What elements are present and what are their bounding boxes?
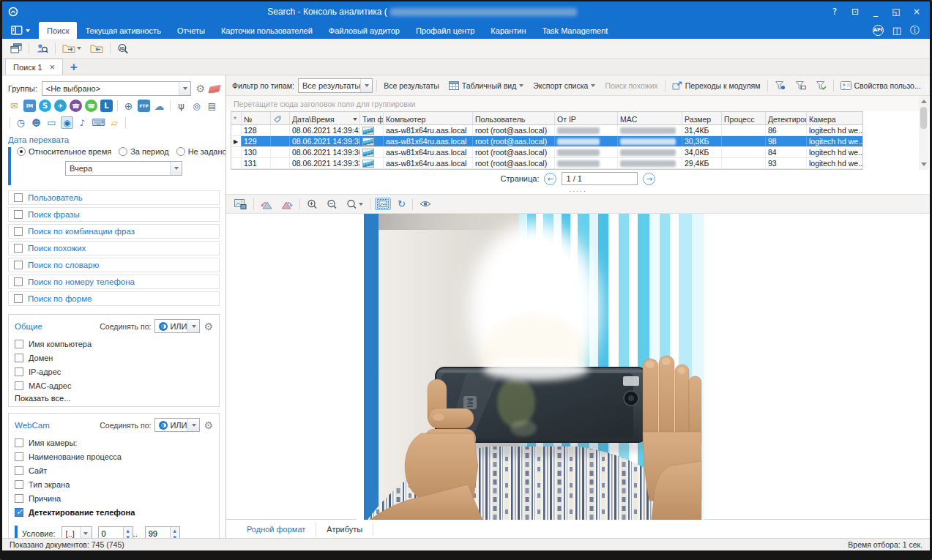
scroll-down-icon[interactable] xyxy=(921,163,927,166)
groups-settings-icon[interactable]: ⚙ xyxy=(195,83,205,94)
checkbox[interactable] xyxy=(14,244,23,253)
date-mode-radio[interactable]: За период xyxy=(119,147,168,156)
column-header-datetime[interactable]: Дата\Время xyxy=(290,112,360,124)
device-search-icon[interactable]: ◎ xyxy=(190,100,203,112)
search-filter-row[interactable]: Пользователь xyxy=(8,190,220,205)
apply-filter-button[interactable] xyxy=(813,78,830,93)
separator[interactable] xyxy=(117,100,118,111)
column-header-filetype[interactable]: Тип фа xyxy=(360,112,384,124)
table-scrollbar[interactable] xyxy=(919,96,928,170)
column-header-num[interactable]: № xyxy=(242,112,271,124)
column-header-camera[interactable]: Камера xyxy=(807,112,862,124)
webcam-filter-checkbox[interactable]: Наименование процесса xyxy=(15,449,213,463)
fit-to-window-icon[interactable] xyxy=(375,198,391,210)
zoom-level-icon[interactable] xyxy=(344,198,365,211)
common-filter-checkbox[interactable]: MAC-адрес xyxy=(15,378,213,392)
menu-tab[interactable]: Карантин xyxy=(482,22,534,39)
http-icon[interactable]: ⊕ xyxy=(122,100,135,112)
view-eye-icon[interactable] xyxy=(417,198,433,209)
cloud-icon[interactable]: ☁ xyxy=(153,100,165,112)
close-tab-icon[interactable]: × xyxy=(50,62,55,72)
clear-filters-icon[interactable] xyxy=(208,84,220,93)
cascade-windows-icon[interactable] xyxy=(8,42,24,55)
checkbox[interactable] xyxy=(14,227,23,236)
spinner-buttons[interactable]: ▲▼ xyxy=(170,527,179,538)
refresh-image-icon[interactable]: ↻ xyxy=(395,197,408,211)
import-search-icon[interactable] xyxy=(88,42,105,55)
usb-icon[interactable]: ψ xyxy=(175,100,187,112)
spinner-buttons[interactable]: ▲▼ xyxy=(123,527,133,538)
services-icon[interactable]: ◫ xyxy=(892,25,901,36)
filter-by-computer-button[interactable] xyxy=(792,78,809,93)
type-filter-select[interactable]: Все результаты xyxy=(298,78,373,93)
menu-tab[interactable]: Файловый аудитор xyxy=(321,22,408,39)
prev-page-button[interactable]: ← xyxy=(544,173,556,185)
dropdown-button[interactable] xyxy=(360,79,372,92)
next-page-button[interactable]: → xyxy=(643,173,655,185)
ftp-icon[interactable]: FTP xyxy=(138,100,150,112)
column-header-mac[interactable]: MAC xyxy=(618,112,682,124)
chat-history-button[interactable]: ↺ История переписки xyxy=(928,78,930,93)
close-button[interactable]: × xyxy=(908,4,925,19)
webcam-join-select[interactable]: ◑ ИЛИ xyxy=(154,418,200,432)
checkbox[interactable] xyxy=(14,261,23,269)
mail-icon[interactable]: ✉ xyxy=(8,100,20,112)
printer-icon[interactable]: ▤ xyxy=(206,100,218,112)
column-header-size[interactable]: Размер xyxy=(682,112,722,124)
column-header-detect[interactable]: Детектирова xyxy=(766,112,807,124)
restore-button[interactable]: ◱ xyxy=(887,4,905,19)
column-header-marker[interactable]: * xyxy=(231,112,242,124)
webcam-filter-checkbox[interactable]: Имя камеры: xyxy=(15,436,213,449)
menu-tab[interactable]: Отчеты xyxy=(169,22,213,39)
menu-tab[interactable]: Task Management xyxy=(534,22,616,39)
dropdown-button[interactable] xyxy=(170,162,182,175)
checkbox[interactable] xyxy=(14,210,23,219)
menu-tab[interactable]: Текущая активность xyxy=(77,22,168,39)
page-number-input[interactable]: 1 / 1 xyxy=(562,172,638,185)
dropdown-button[interactable] xyxy=(179,82,190,95)
webcam-filter-checkbox[interactable]: Тип экрана xyxy=(15,477,213,491)
webcam-icon[interactable]: ◉ xyxy=(61,116,73,129)
add-tab-button[interactable]: + xyxy=(63,60,85,75)
condition-from-input[interactable]: 0 ▲▼ xyxy=(98,526,133,538)
separator[interactable] xyxy=(125,117,126,128)
table-row[interactable]: ▶ 128 08.06.2021 14:39:41 aas-w81x64ru.a… xyxy=(231,125,862,136)
search-filter-row[interactable]: Поиск по форме xyxy=(8,291,220,306)
zoom-in-icon[interactable] xyxy=(305,198,320,211)
common-filter-checkbox[interactable]: Домен xyxy=(15,351,213,365)
api-icon[interactable]: API xyxy=(873,25,884,36)
table-row[interactable]: ▶ 130 08.06.2021 14:39:36 aas-w81x64ru.a… xyxy=(231,147,862,158)
webcam-filter-checkbox[interactable]: Причина xyxy=(15,491,213,505)
microphone-icon[interactable]: ♪ xyxy=(76,116,89,129)
keylogger-icon[interactable]: ⌨ xyxy=(92,116,105,129)
groups-select[interactable]: <Не выбрано> xyxy=(42,81,192,96)
all-results-button[interactable]: Все результаты xyxy=(381,79,442,92)
common-settings-icon[interactable]: ⚙ xyxy=(204,321,213,332)
telegram-icon[interactable]: ✈ xyxy=(54,100,67,112)
im-icon[interactable]: IM xyxy=(23,100,36,112)
menu-tab[interactable]: Поиск xyxy=(39,22,77,39)
checkbox[interactable] xyxy=(14,294,23,303)
webcam-settings-icon[interactable]: ⚙ xyxy=(204,419,213,431)
group-by-dropzone[interactable]: Перетащите сюда заголовок поля для групп… xyxy=(226,96,930,111)
export-list-button[interactable]: Экспорт списка xyxy=(530,79,598,92)
clock-icon[interactable]: ◷ xyxy=(15,116,27,129)
column-header-computer[interactable]: Компьютер xyxy=(384,112,473,124)
show-all-link[interactable]: Показать все... xyxy=(15,394,213,403)
common-join-select[interactable]: ◑ ИЛИ xyxy=(154,319,200,333)
common-filter-checkbox[interactable]: Имя компьютера xyxy=(15,337,213,351)
condition-operator-select[interactable]: [..] xyxy=(61,526,92,538)
search-by-id-icon[interactable]: ID xyxy=(115,42,133,56)
column-header-process[interactable]: Процесс xyxy=(722,112,766,124)
export-image-icon[interactable] xyxy=(232,198,249,211)
date-mode-radio[interactable]: Относительное время xyxy=(17,147,111,156)
dropdown-button[interactable] xyxy=(187,320,199,332)
column-header-tag[interactable] xyxy=(271,112,290,124)
rotate-right-icon[interactable] xyxy=(279,198,295,211)
zoom-out-icon[interactable] xyxy=(324,198,340,211)
table-view-button[interactable]: Табличный вид xyxy=(446,79,526,92)
dropdown-button[interactable] xyxy=(187,419,199,431)
info-icon[interactable]: ⓘ xyxy=(910,25,920,36)
column-header-user[interactable]: Пользователь xyxy=(473,112,555,124)
export-search-icon[interactable] xyxy=(60,42,83,55)
